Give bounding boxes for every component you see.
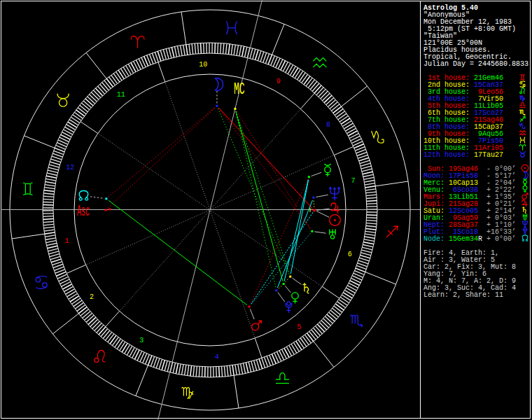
svg-text:Julian Day = 2445680.8833: Julian Day = 2445680.8833	[424, 60, 528, 68]
svg-text:Asc: Asc	[77, 203, 90, 220]
svg-text:4: 4	[215, 354, 219, 361]
svg-text:1: 1	[64, 237, 69, 245]
svg-text:17Tau27: 17Tau27	[474, 151, 503, 159]
svg-text:2: 2	[90, 293, 94, 301]
svg-text:8: 8	[326, 121, 330, 129]
svg-text:6: 6	[348, 251, 352, 258]
svg-text:R: R	[478, 235, 482, 243]
svg-text:MC: MC	[234, 80, 245, 99]
svg-text:12: 12	[66, 164, 74, 172]
svg-text:7: 7	[351, 177, 355, 185]
svg-text:9: 9	[276, 78, 281, 85]
svg-text:Learn: 2, Share: 11: Learn: 2, Share: 11	[424, 291, 503, 299]
svg-text:15Gem34: 15Gem34	[449, 235, 478, 243]
svg-text:12th house:: 12th house:	[424, 151, 470, 159]
svg-text:+ 0°00’: + 0°00’	[486, 235, 516, 243]
svg-text:11: 11	[117, 91, 125, 99]
svg-text:5: 5	[297, 323, 301, 331]
svg-text:Node:: Node:	[424, 235, 444, 243]
svg-text:10: 10	[199, 61, 207, 69]
svg-text:3: 3	[139, 337, 144, 344]
